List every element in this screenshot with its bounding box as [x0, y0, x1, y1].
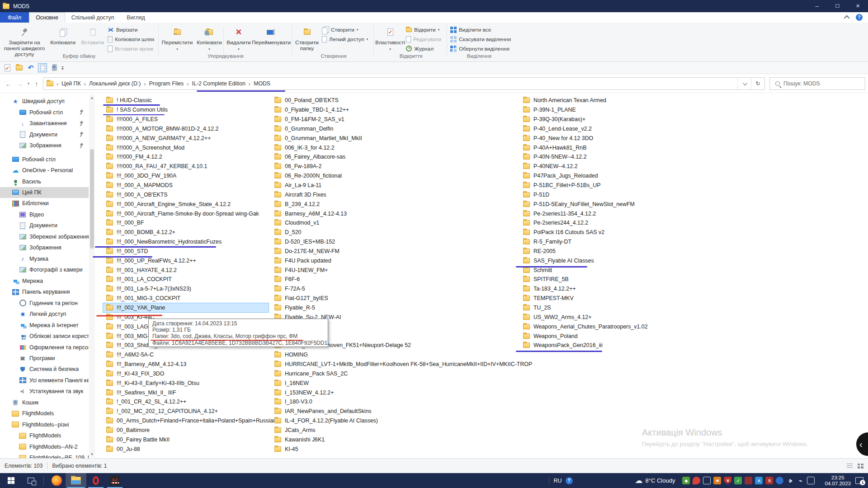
- file-row[interactable]: Air_La-9 La-11: [271, 181, 518, 190]
- scroll-up-icon[interactable]: ▲: [89, 95, 95, 101]
- up-button[interactable]: ↑: [32, 74, 42, 93]
- file-row[interactable]: B_239_4.12.2: [271, 199, 518, 209]
- edit-button[interactable]: Редагувати: [406, 34, 446, 44]
- file-row[interactable]: !!!_001_La-5-7+La-7(3xNS23): [103, 284, 269, 294]
- file-row[interactable]: !!!_000_Aircraft_Engine_Smoke_State_4.12…: [103, 199, 269, 209]
- file-row[interactable]: F4U-1NEW_FM+: [271, 265, 518, 275]
- sidebar-item[interactable]: Зображення: [0, 242, 89, 253]
- tray-shield-check-icon[interactable]: ✓: [734, 477, 742, 484]
- file-row[interactable]: HURRICANE_LVT-1+MkIIb_ModFilter+Koolhove…: [271, 360, 518, 369]
- select-all-button[interactable]: Виділити все: [450, 25, 507, 34]
- tab-share[interactable]: Спільний доступ: [65, 12, 121, 23]
- file-row[interactable]: D-520_IES+MB-152: [271, 237, 518, 247]
- tab-view[interactable]: Вигляд: [120, 12, 151, 23]
- sidebar-item[interactable]: Музика: [0, 253, 89, 264]
- file-row[interactable]: I_153NEW_4.12.2+: [271, 388, 518, 397]
- file-row[interactable]: R-5_Family-DT: [520, 237, 714, 247]
- file-row[interactable]: SPITFIRE_5B: [520, 275, 714, 284]
- tray-help-icon[interactable]: ?: [566, 477, 573, 484]
- file-row[interactable]: Ta-183_4.12.2++: [520, 284, 714, 294]
- sidebar-item[interactable]: Програми: [0, 353, 89, 364]
- file-row[interactable]: P-40A+Hawk81_RnB: [520, 143, 714, 152]
- sidebar-item[interactable]: Відео: [0, 209, 89, 220]
- move-to-button[interactable]: ← Перемістити▾: [161, 24, 193, 52]
- file-row[interactable]: I_16NEW: [271, 378, 518, 388]
- sidebar-item[interactable]: Зображення: [0, 140, 89, 151]
- qat-undo-icon[interactable]: ↶: [26, 63, 35, 72]
- sidebar-item[interactable]: Робочий стіл: [0, 107, 89, 117]
- sidebar-item[interactable]: Годинник та регіон: [0, 297, 89, 308]
- file-row[interactable]: !!!_000_BOMB_4.12.2+: [103, 228, 269, 237]
- file-row[interactable]: !!!_Seafires_MkI_II_ IIIF: [103, 388, 269, 397]
- new-item-button[interactable]: Створити▾: [322, 25, 373, 34]
- sidebar-item[interactable]: FlightModels--різні: [0, 419, 89, 430]
- file-row[interactable]: I_180-V3.0: [271, 397, 518, 407]
- back-button[interactable]: ←: [3, 74, 14, 93]
- file-row[interactable]: P-40_New for 4.12 3DO: [520, 133, 714, 143]
- file-row[interactable]: !!!_Ki-43-II_Early+Ki-43-IIIb_Otsu: [103, 378, 269, 388]
- file-row[interactable]: ! HUD-Classic: [103, 96, 269, 105]
- file-row[interactable]: Weapons_Poland: [520, 331, 714, 341]
- rename-button[interactable]: Перейменувати: [252, 24, 290, 46]
- file-row[interactable]: Weapons_Aerial_Chutes_Paratroopers_v1.02: [520, 322, 714, 331]
- taskbar-file-explorer[interactable]: [66, 473, 86, 488]
- file-row[interactable]: !!!_001_LA_COCKPIT: [103, 275, 269, 284]
- breadcrumb-item[interactable]: › Цей ПК: [53, 80, 81, 87]
- pin-to-quick-access-button[interactable]: Закріпити на панелі швидкого доступу: [3, 24, 46, 57]
- file-row[interactable]: P47Pack_Jugs_Reloaded: [520, 171, 714, 181]
- invert-selection-button[interactable]: Обернути виділення: [450, 44, 507, 53]
- start-button[interactable]: [0, 473, 22, 488]
- file-row[interactable]: !_002_MC_202_12_CAPITOLINA_4.12+: [103, 407, 269, 416]
- file-row[interactable]: IL-4_FOR_4.12.2(Flyable AI Classes): [271, 416, 518, 426]
- file-row[interactable]: F4U Pack updated: [271, 256, 518, 265]
- sidebar-item[interactable]: FlightModels: [0, 430, 89, 441]
- tray-wireless-icon[interactable]: ⌁: [797, 477, 804, 484]
- breadcrumb-item[interactable]: › Локальний диск (D:): [81, 80, 141, 87]
- address-dropdown-icon[interactable]: [737, 78, 751, 89]
- file-row[interactable]: SAS_Flyable AI Classes: [520, 256, 714, 265]
- file-row[interactable]: Aircraft 3D Fixes: [271, 190, 518, 199]
- file-row[interactable]: !!!!000_A_Screenshot_Mod: [103, 143, 269, 152]
- file-row[interactable]: !!!_000_NewBarometric_HydrostaticFuzes: [103, 237, 269, 247]
- file-row[interactable]: !!!_000_BF: [103, 218, 269, 228]
- select-none-button[interactable]: Скасувати виділення: [450, 34, 507, 44]
- language-indicator[interactable]: RU: [553, 478, 561, 484]
- sidebar-item[interactable]: Василь: [0, 176, 89, 187]
- file-row[interactable]: IAR_NewPanes_and_DefaultSkins: [271, 407, 518, 416]
- file-row[interactable]: Kawanishi J6K1: [271, 435, 518, 444]
- file-row[interactable]: !!!_KI-43_FIX_3DO: [103, 369, 269, 378]
- scrollbar-thumb[interactable]: [90, 149, 94, 249]
- file-row[interactable]: Cloudmod_v1: [271, 218, 518, 228]
- tray-network-icon[interactable]: [807, 477, 815, 484]
- paste-button[interactable]: Вставити: [80, 24, 106, 46]
- taskbar-firefox[interactable]: [47, 473, 66, 488]
- file-row[interactable]: !!!_000_Aircraft_Flame-Smoke-By door-Spr…: [103, 209, 269, 218]
- sidebar-item[interactable]: Документи: [0, 220, 89, 231]
- history-button[interactable]: Журнал: [406, 44, 446, 53]
- sidebar-item[interactable]: Легкий доступ: [0, 309, 89, 319]
- forward-button[interactable]: →: [14, 74, 25, 93]
- close-button[interactable]: ✕: [848, 0, 868, 12]
- collapse-ribbon-icon[interactable]: [844, 15, 850, 21]
- tray-antivirus-icon[interactable]: ◈: [682, 477, 690, 484]
- help-icon[interactable]: ?: [856, 14, 863, 21]
- file-row[interactable]: JCats_Arms: [271, 426, 518, 435]
- file-row[interactable]: Flyable_R-5: [271, 303, 518, 313]
- file-row[interactable]: 06_Re-2000N_fictional: [271, 171, 518, 181]
- file-row[interactable]: !!!_000_A_MAPMODS: [103, 181, 269, 190]
- tab-home[interactable]: Основне: [29, 12, 65, 23]
- sidebar-item[interactable]: Збережені зображення: [0, 231, 89, 242]
- file-row[interactable]: 0_Flyable_TBD-1_4.12++: [271, 105, 518, 115]
- file-row[interactable]: Barnesy_A6M_4.12-4.13: [271, 209, 518, 218]
- scroll-down-icon[interactable]: ▼: [89, 451, 95, 457]
- file-row[interactable]: !!!!000_A_NEW_GARMATY_4.12.2++: [103, 133, 269, 143]
- file-row[interactable]: Do-217E-M_NEW-FM: [271, 247, 518, 256]
- sidebar-item[interactable]: Завантаження: [0, 118, 89, 129]
- file-row[interactable]: P-51D-5Ealry_NoFillet_NewSlot_newFM: [520, 199, 714, 209]
- file-row[interactable]: 06_Fairey_Albacore-sas: [271, 152, 518, 162]
- file-row[interactable]: 0_Grumman_Martlet_MkI_MkII: [271, 133, 518, 143]
- sidebar-item[interactable]: Цей ПК: [0, 187, 89, 198]
- file-row[interactable]: !!!!000_RA_FAU_47_KERBE_4.10.1: [103, 162, 269, 171]
- file-row[interactable]: 00_Baltimore: [103, 426, 269, 435]
- file-row[interactable]: Pe-2series244_4.12.2: [520, 218, 714, 228]
